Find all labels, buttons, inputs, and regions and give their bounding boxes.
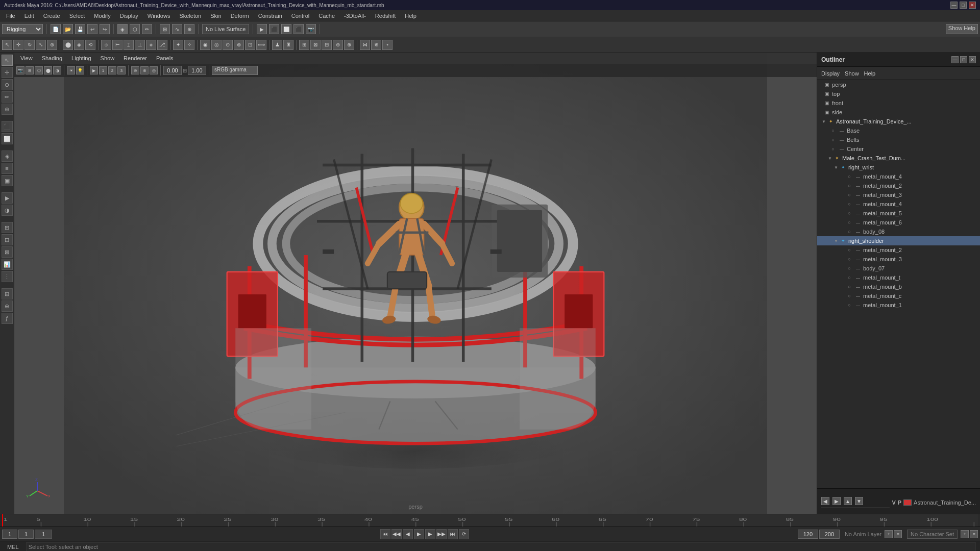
vp-cam-icon[interactable]: 📷 — [16, 66, 24, 74]
go-start-button[interactable]: ⏮ — [380, 529, 390, 539]
move-vertex-tool[interactable]: ✛ — [2, 67, 13, 78]
outliner-item-rs-mm2[interactable]: ○ — metal_mount_3 — [817, 255, 980, 264]
menu-3dtool[interactable]: -3DtoAll- — [340, 12, 370, 20]
outliner-item-side[interactable]: ▣ side — [817, 108, 980, 117]
menu-constrain[interactable]: Constrain — [254, 12, 286, 20]
select-object-tool[interactable]: ↖ — [2, 55, 13, 66]
select-icon[interactable]: ◈ — [117, 24, 128, 34]
menu-deform[interactable]: Deform — [227, 12, 253, 20]
rig-tool-icon[interactable]: ⎈ — [146, 40, 156, 50]
camera-render-icon[interactable]: 📷 — [306, 24, 316, 34]
outliner-maximize[interactable]: □ — [960, 56, 967, 63]
outliner-item-rs-mm1[interactable]: ○ — metal_mount_2 — [817, 245, 980, 255]
constrain4-icon[interactable]: ⊛ — [333, 40, 343, 50]
outliner-item-belts[interactable]: ○ — Belts — [817, 135, 980, 144]
render-icon[interactable]: ▶ — [257, 24, 267, 34]
menu-help[interactable]: Help — [401, 12, 421, 20]
mctd-expand-icon[interactable]: ▼ — [827, 156, 832, 161]
mode-dropdown[interactable]: Rigging — [2, 24, 43, 34]
render2-icon[interactable]: ⬛ — [269, 24, 279, 34]
outliner-item-mm1[interactable]: ○ — metal_mount_4 — [817, 172, 980, 181]
maximize-button[interactable]: □ — [960, 2, 967, 9]
vp-grid-icon[interactable]: ⊞ — [26, 66, 34, 74]
expression-tool[interactable]: ƒ — [2, 313, 13, 324]
redo-icon[interactable]: ↪ — [100, 24, 110, 34]
show-manip-tool[interactable]: ◈ — [2, 151, 13, 162]
skin-icon[interactable]: ✦ — [173, 40, 183, 50]
minimize-button[interactable]: — — [950, 2, 958, 9]
graph-editor-tool[interactable]: 📊 — [2, 259, 13, 270]
render4-icon[interactable]: ⬛ — [293, 24, 304, 34]
component-icon[interactable]: ◈ — [74, 40, 84, 50]
menu-modify[interactable]: Modify — [90, 12, 114, 20]
dope-sheet-tool[interactable]: ⋮ — [2, 271, 13, 282]
loop-button[interactable]: ⟳ — [459, 529, 469, 539]
menu-file[interactable]: File — [2, 12, 19, 20]
window-controls[interactable]: — □ ✕ — [950, 2, 976, 9]
frame-box-input[interactable] — [36, 530, 51, 539]
menu-create[interactable]: Create — [39, 12, 64, 20]
outliner-menu-help[interactable]: Help — [862, 70, 878, 77]
constrain1-icon[interactable]: ⊞ — [299, 40, 309, 50]
vp-shade1-icon[interactable]: ⬤ — [44, 66, 52, 74]
outliner-item-top[interactable]: ▣ top — [817, 89, 980, 98]
outliner-menu-display[interactable]: Display — [819, 70, 842, 77]
save-file-icon[interactable]: 💾 — [75, 24, 85, 34]
deform2-icon[interactable]: ⋇ — [371, 40, 381, 50]
vp-subdiv-icon[interactable]: ⊙ — [131, 66, 139, 74]
vp-light1-icon[interactable]: ☀ — [67, 66, 75, 74]
rw-expand-icon[interactable]: ▼ — [834, 165, 839, 170]
outliner-content[interactable]: ▣ persp ▣ top ▣ front ▣ side — [817, 80, 980, 488]
snap-grid-icon[interactable]: ⊞ — [160, 24, 170, 34]
outliner-menu-show[interactable]: Show — [843, 70, 861, 77]
constrain2-icon[interactable]: ⊠ — [310, 40, 321, 50]
menu-windows[interactable]: Windows — [143, 12, 175, 20]
outliner-item-body08[interactable]: ○ — body_08 — [817, 227, 980, 236]
outliner-item-rs-mm-t[interactable]: ○ — metal_mount_t — [817, 273, 980, 282]
frame-out-input[interactable] — [819, 530, 840, 539]
timeline-track[interactable]: 1 5 10 15 20 25 30 35 40 45 50 55 60 — [2, 514, 978, 527]
joint2-icon[interactable]: ◎ — [211, 40, 222, 50]
vp-wire-icon[interactable]: ⬡ — [35, 66, 43, 74]
frame-current-input[interactable] — [18, 530, 34, 539]
outliner-item-body07[interactable]: ○ — body_07 — [817, 264, 980, 273]
quick-sel-tool[interactable]: ⬛ — [2, 121, 13, 132]
new-file-icon[interactable]: 📄 — [51, 24, 61, 34]
scale-tool-icon[interactable]: ⤡ — [36, 40, 46, 50]
vp-isolate-icon[interactable]: ◎ — [150, 66, 158, 74]
gamma-dropdown[interactable]: sRGB gamma — [212, 66, 258, 75]
snap-curve-icon[interactable]: ∿ — [172, 24, 182, 34]
anim-layer-icon1[interactable]: + — [885, 530, 893, 538]
ik-tool-icon[interactable]: ⌽ — [101, 40, 111, 50]
outliner-item-center[interactable]: ○ — Center — [817, 144, 980, 154]
outliner-item-atd[interactable]: ▼ ✦ Astronaut_Training_Device_... — [817, 117, 980, 126]
hierarchy-icon[interactable]: ⟲ — [85, 40, 95, 50]
char-set-icon2[interactable]: ≡ — [970, 530, 978, 538]
vp-menu-shading[interactable]: Shading — [38, 54, 66, 62]
outliner-scroll-right[interactable]: ▶ — [832, 497, 841, 505]
soft-select-icon[interactable]: ⬤ — [63, 40, 73, 50]
outliner-item-front[interactable]: ▣ front — [817, 98, 980, 108]
vp-render-icon[interactable]: ▶ — [90, 66, 98, 74]
vp-subd2-icon[interactable]: ⊛ — [140, 66, 149, 74]
menu-redshift[interactable]: Redshift — [371, 12, 400, 20]
outliner-item-persp[interactable]: ▣ persp — [817, 80, 980, 89]
deform3-icon[interactable]: ⋆ — [382, 40, 393, 50]
play-button[interactable]: ▶ — [414, 529, 424, 539]
set-driven-tool[interactable]: ⊕ — [2, 300, 13, 312]
vp-menu-view[interactable]: View — [16, 54, 37, 62]
char2-icon[interactable]: ♜ — [283, 40, 293, 50]
anim-layer-icon2[interactable]: ≡ — [894, 530, 902, 538]
deform1-icon[interactable]: ⋈ — [360, 40, 370, 50]
outliner-item-rs-mm-b[interactable]: ○ — metal_mount_b — [817, 282, 980, 291]
command-input-area[interactable]: Select Tool: select an object — [26, 542, 976, 552]
menu-skin[interactable]: Skin — [206, 12, 225, 20]
sculpt-tool[interactable]: ⊗ — [2, 104, 13, 115]
outliner-item-right-shoulder[interactable]: ▼ ✦ right_shoulder — [817, 236, 980, 245]
char-set-icon1[interactable]: + — [961, 530, 969, 538]
joint-icon[interactable]: ◉ — [200, 40, 210, 50]
channel-box-tool[interactable]: ⊞ — [2, 222, 13, 233]
joint4-icon[interactable]: ⊗ — [234, 40, 244, 50]
layer-color-swatch[interactable] — [903, 499, 912, 506]
anim-editor-tool[interactable]: ⊠ — [2, 246, 13, 258]
